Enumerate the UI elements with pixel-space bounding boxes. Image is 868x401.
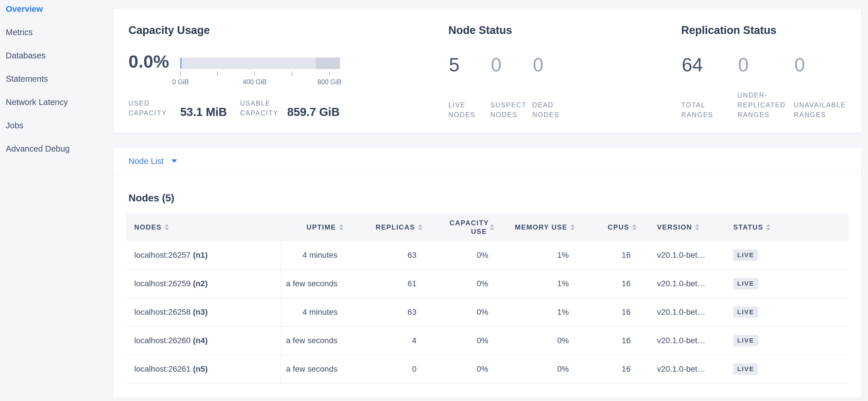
suspect-nodes-label: SUSPECT NODES [490,100,532,120]
column-header-cpus[interactable]: CPUS [575,223,636,232]
under-replicated-ranges-label: UNDER-REPLICATED RANGES [738,90,794,120]
node-address-cell: localhost:26257(n1) [126,241,281,269]
status-cell: LIVE [718,363,848,375]
memory-use-cell: 1% [494,279,575,288]
replication-labels: TOTAL RANGES UNDER-REPLICATED RANGES UNA… [681,90,858,120]
axis-tick [254,71,255,76]
memory-use-cell: 0% [494,336,575,345]
axis-tick [292,71,292,76]
live-nodes-label: LIVE NODES [448,100,490,120]
status-badge: LIVE [733,250,758,261]
sidebar-item-statements[interactable]: Statements [6,75,114,83]
used-capacity-value: 53.1 MiB [180,106,227,118]
capacity-usage-panel: Capacity Usage 0.0% 0 GiB 400 GiB 800 Gi… [128,24,439,120]
cpus-cell: 16 [575,251,636,260]
capacity-bar-reserved [316,58,340,69]
table-row[interactable]: localhost:26261(n5) a few seconds 0 0% 0… [126,355,848,383]
sort-icon [418,224,422,230]
column-header-capacity-use[interactable]: CAPACITY USE [422,219,494,236]
replication-values: 64 0 0 [682,55,851,74]
suspect-nodes-value: 0 [491,55,533,74]
status-badge: LIVE [733,335,758,346]
capacity-use-cell: 0% [422,336,494,345]
replicas-cell: 0 [343,365,422,374]
column-header-version[interactable]: VERSION [636,223,718,232]
status-cell: LIVE [718,278,848,289]
version-cell: v20.1.0-bet… [636,251,718,260]
table-row[interactable]: localhost:26259(n2) a few seconds 61 0% … [126,269,848,298]
used-capacity-label: USED CAPACITY [128,98,174,118]
version-cell: v20.1.0-bet… [636,336,718,345]
capacity-use-cell: 0% [422,251,494,260]
capacity-usage-title: Capacity Usage [128,24,439,37]
sort-icon [695,224,699,230]
node-address-cell: localhost:26260(n4) [126,326,281,355]
replicas-cell: 63 [343,251,422,260]
usable-capacity-label: USABLE CAPACITY [240,98,285,118]
table-row[interactable]: localhost:26258(n3) 4 minutes 63 0% 1% 1… [126,298,848,326]
axis-tick-label: 0 GiB [157,78,204,86]
version-cell: v20.1.0-bet… [636,365,718,374]
cpus-cell: 16 [575,365,636,374]
sidebar: Overview Metrics Databases Statements Ne… [0,0,114,401]
axis-tick-label: 800 GiB [306,78,352,86]
unavailable-ranges-label: UNAVAILABLE RANGES [794,100,850,120]
memory-use-cell: 1% [494,308,575,317]
nodes-table-header: NODES UPTIME REPLICAS CAPACITY USE MEMOR… [126,213,848,241]
replication-status-panel: Replication Status 64 0 0 TOTAL RANGES U… [681,24,858,120]
replicas-cell: 63 [343,308,422,317]
sort-icon [766,224,770,230]
table-row[interactable]: localhost:26257(n1) 4 minutes 63 0% 1% 1… [126,241,848,269]
cluster-summary-card: Capacity Usage 0.0% 0 GiB 400 GiB 800 Gi… [114,9,861,133]
capacity-use-cell: 0% [422,279,494,288]
replication-status-title: Replication Status [681,24,858,37]
live-nodes-value: 5 [449,55,491,74]
node-status-labels: LIVE NODES SUSPECT NODES DEAD NODES [448,100,670,120]
column-header-memory-use[interactable]: MEMORY USE [494,223,575,232]
cpus-cell: 16 [575,308,636,317]
node-address-cell: localhost:26261(n5) [126,355,281,383]
sidebar-item-jobs[interactable]: Jobs [6,121,114,130]
sidebar-item-metrics[interactable]: Metrics [6,28,114,36]
axis-tick [329,71,330,76]
node-list-dropdown[interactable]: Node List [114,148,861,175]
sort-icon [165,224,169,230]
column-header-replicas[interactable]: REPLICAS [343,223,422,232]
unavailable-ranges-value: 0 [795,55,851,74]
capacity-bar-used [181,58,181,68]
version-cell: v20.1.0-bet… [636,308,718,317]
table-row[interactable]: localhost:26260(n4) a few seconds 4 0% 0… [126,326,848,355]
axis-tick [217,71,218,76]
capacity-use-cell: 0% [422,365,494,374]
nodes-table: NODES UPTIME REPLICAS CAPACITY USE MEMOR… [126,213,848,383]
sidebar-item-advanced-debug[interactable]: Advanced Debug [6,144,114,153]
nodes-table-title: Nodes (5) [128,192,861,204]
sidebar-item-databases[interactable]: Databases [6,51,114,60]
cpus-cell: 16 [575,279,636,288]
node-address-cell: localhost:26259(n2) [126,269,281,298]
memory-use-cell: 1% [494,251,575,260]
node-status-title: Node Status [448,24,670,37]
under-replicated-ranges-value: 0 [738,55,795,74]
version-cell: v20.1.0-bet… [636,279,718,288]
sort-icon [339,224,343,230]
column-header-nodes[interactable]: NODES [126,213,281,241]
axis-tick-label: 400 GiB [232,78,278,86]
dead-nodes-label: DEAD NODES [532,100,574,120]
capacity-bar-track [180,58,340,69]
status-cell: LIVE [718,250,848,261]
sidebar-item-overview[interactable]: Overview [6,5,114,13]
replicas-cell: 61 [343,279,422,288]
column-header-uptime[interactable]: UPTIME [281,223,343,232]
total-ranges-label: TOTAL RANGES [681,100,738,120]
usable-capacity-value: 859.7 GiB [287,106,339,118]
total-ranges-value: 64 [682,55,738,74]
node-status-panel: Node Status 5 0 0 LIVE NODES SUSPECT NOD… [448,24,670,120]
sidebar-item-network-latency[interactable]: Network Latency [6,98,114,107]
axis-tick [180,71,181,76]
capacity-use-cell: 0% [422,308,494,317]
cpus-cell: 16 [575,336,636,345]
column-header-status[interactable]: STATUS [718,223,848,232]
capacity-percent: 0.0% [128,51,169,71]
node-address-cell: localhost:26258(n3) [126,298,281,326]
